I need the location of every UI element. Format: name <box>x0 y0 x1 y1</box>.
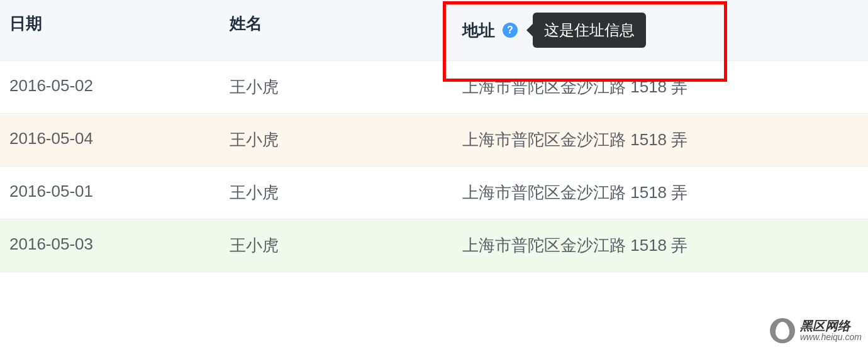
watermark: 黑区网络 www.heiqu.com <box>770 318 862 343</box>
data-table: 日期 姓名 地址 ? 这是住址信息 2016-05-02王小虎上海市普陀区金沙江… <box>0 0 868 272</box>
cell-name: 王小虎 <box>220 167 453 219</box>
cell-address: 上海市普陀区金沙江路 1518 弄 <box>453 167 868 219</box>
watermark-title: 黑区网络 <box>800 319 862 333</box>
header-address-label: 地址 <box>462 19 495 41</box>
watermark-logo-icon <box>770 318 795 343</box>
header-date[interactable]: 日期 <box>0 0 220 60</box>
watermark-sub: www.heiqu.com <box>800 333 862 342</box>
watermark-text: 黑区网络 www.heiqu.com <box>800 319 862 342</box>
cell-date: 2016-05-04 <box>0 114 220 166</box>
cell-date: 2016-05-01 <box>0 167 220 219</box>
address-tooltip: 这是住址信息 <box>533 13 646 48</box>
cell-name: 王小虎 <box>220 114 453 166</box>
table-body: 2016-05-02王小虎上海市普陀区金沙江路 1518 弄2016-05-04… <box>0 61 868 272</box>
cell-name: 王小虎 <box>220 61 453 113</box>
cell-address: 上海市普陀区金沙江路 1518 弄 <box>453 219 868 272</box>
table-row[interactable]: 2016-05-01王小虎上海市普陀区金沙江路 1518 弄 <box>0 167 868 219</box>
header-address-wrapper: 地址 ? 这是住址信息 <box>462 13 859 48</box>
table-header-row: 日期 姓名 地址 ? 这是住址信息 <box>0 0 868 61</box>
table-row[interactable]: 2016-05-03王小虎上海市普陀区金沙江路 1518 弄 <box>0 219 868 272</box>
cell-address: 上海市普陀区金沙江路 1518 弄 <box>453 61 868 113</box>
cell-name: 王小虎 <box>220 219 453 272</box>
table-row[interactable]: 2016-05-04王小虎上海市普陀区金沙江路 1518 弄 <box>0 114 868 167</box>
cell-address: 上海市普陀区金沙江路 1518 弄 <box>453 114 868 166</box>
header-address[interactable]: 地址 ? 这是住址信息 <box>453 0 868 60</box>
table-row[interactable]: 2016-05-02王小虎上海市普陀区金沙江路 1518 弄 <box>0 61 868 114</box>
cell-date: 2016-05-02 <box>0 61 220 113</box>
help-icon[interactable]: ? <box>503 23 518 38</box>
cell-date: 2016-05-03 <box>0 219 220 272</box>
header-name[interactable]: 姓名 <box>220 0 453 60</box>
